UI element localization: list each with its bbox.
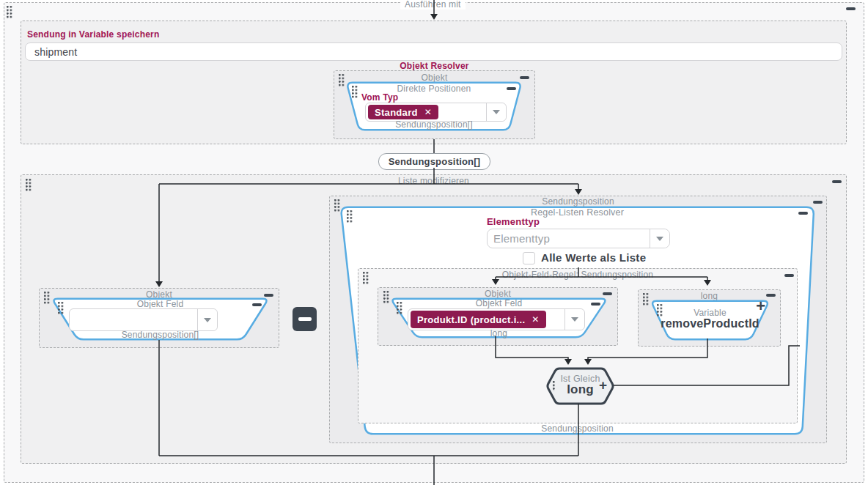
alle-werte-checkbox[interactable] (523, 252, 535, 264)
drag-handle-icon[interactable] (58, 302, 64, 315)
remove-node-button[interactable] (293, 307, 317, 331)
drag-handle-icon[interactable] (26, 179, 32, 192)
left-objekt-box: Objekt Objekt Feld Sendungsposition[] (39, 288, 279, 348)
minus-icon (298, 317, 312, 321)
connection-type-badge: Sendungsposition[] (378, 153, 490, 170)
liste-modifizieren-label: Liste modifizieren (21, 176, 846, 186)
direkte-positionen-node[interactable]: Direkte Positionen Vom Typ Standard ✕ Se… (345, 81, 523, 131)
dropdown-button[interactable] (486, 103, 506, 121)
close-icon[interactable]: ✕ (532, 314, 539, 325)
collapse-icon[interactable] (798, 212, 808, 215)
drag-handle-icon[interactable] (383, 291, 389, 304)
objekt-feld-label: Objekt Feld (389, 298, 608, 308)
inner-objekt-box: Objekt Objekt Feld Produkt.ID (product.i… (378, 287, 618, 346)
expand-icon[interactable]: + (599, 378, 607, 393)
vom-typ-value: Standard ✕ (366, 103, 486, 121)
resolver-objekt-box: Objekt Direkte Positionen Vom Typ Standa… (334, 70, 535, 139)
drag-handle-icon[interactable] (352, 86, 358, 99)
vom-typ-label: Vom Typ (361, 92, 398, 103)
dropdown-button[interactable] (564, 309, 584, 330)
objekt-resolver-title: Objekt Resolver (334, 61, 535, 71)
elementtyp-select[interactable]: Elementtyp (487, 229, 670, 248)
collapse-icon[interactable] (520, 76, 529, 79)
sendungsposition-box-label: Sendungsposition (330, 196, 826, 207)
long-variable-box: long + Variable removeProductId (638, 289, 781, 347)
collapse-icon[interactable] (766, 294, 776, 297)
chevron-down-icon (204, 318, 211, 322)
drag-handle-icon[interactable] (7, 6, 12, 19)
drag-handle-icon[interactable] (397, 302, 402, 315)
objekt-feld-select[interactable] (69, 308, 218, 331)
regel-listen-resolver-node[interactable]: Regel-Listen Resolver Elementtyp Element… (339, 206, 815, 435)
node-output-type: Sendungsposition[] (345, 119, 523, 130)
resolver-bottom-output: Sendungsposition (339, 423, 815, 434)
dropdown-button[interactable] (650, 229, 669, 248)
drag-handle-icon[interactable] (363, 272, 369, 285)
standard-tag[interactable]: Standard ✕ (368, 105, 438, 119)
collapse-icon[interactable] (507, 87, 516, 90)
collapse-icon[interactable] (846, 7, 856, 10)
run-with-label: Ausführen mit (400, 0, 466, 10)
alle-werte-checkbox-label: Alle Werte als Liste (541, 251, 646, 264)
collapse-icon[interactable] (264, 294, 273, 297)
drag-handle-icon[interactable] (347, 210, 353, 223)
close-icon[interactable]: ✕ (424, 107, 432, 117)
node-output-type: long (389, 328, 608, 338)
collapse-icon[interactable] (813, 201, 823, 204)
variable-name-input[interactable] (25, 42, 842, 61)
store-variable-title: Sendung in Variable speichern (27, 29, 160, 40)
produkt-id-tag[interactable]: Produkt.ID (product.i... ✕ (411, 311, 546, 328)
collapse-icon[interactable] (603, 292, 612, 295)
variable-name: removeProductId (650, 317, 770, 330)
sendungsposition-box: Sendungsposition Regel-Listen Resolver E… (329, 196, 827, 443)
collapse-icon[interactable] (832, 180, 842, 183)
variable-node-label: Variable (650, 308, 770, 318)
elementtyp-placeholder: Elementtyp (493, 232, 550, 245)
drag-handle-icon[interactable] (339, 74, 345, 87)
collapse-icon[interactable] (591, 303, 600, 306)
produkt-id-select[interactable]: Produkt.ID (product.i... ✕ (408, 308, 585, 330)
produkt-id-value: Produkt.ID (product.i... ✕ (408, 309, 564, 330)
collapse-icon[interactable] (784, 274, 794, 277)
flow-editor-canvas: Ausführen mit Sendung in Variable speich… (0, 0, 868, 485)
objekt-feld-regel-box: Objekt-Feld-Regel: Sendungsposition Obje… (358, 268, 798, 423)
variable-node[interactable]: + Variable removeProductId (650, 300, 770, 341)
objekt-feld-label: Objekt Feld (51, 299, 270, 309)
collapse-icon[interactable] (252, 303, 262, 306)
produkt-id-tag-label: Produkt.ID (product.i... (417, 314, 525, 325)
left-objekt-feld-node[interactable]: Objekt Feld Sendungsposition[] (51, 297, 270, 341)
drag-handle-icon[interactable] (44, 292, 50, 305)
regel-listen-resolver-label: Regel-Listen Resolver (339, 207, 815, 218)
node-output-type: Sendungsposition[] (51, 330, 270, 340)
standard-tag-label: Standard (375, 107, 418, 118)
objekt-feld-regel-label: Objekt-Feld-Regel: Sendungsposition (358, 270, 797, 280)
chevron-down-icon (656, 237, 663, 241)
chevron-down-icon (493, 110, 500, 114)
chevron-down-icon (571, 317, 578, 322)
dropdown-button[interactable] (197, 309, 217, 330)
elementtyp-label: Elementtyp (487, 216, 540, 227)
drag-handle-icon[interactable] (643, 293, 649, 306)
objekt-feld-value (70, 309, 197, 330)
inner-objekt-feld-node[interactable]: Objekt Feld Produkt.ID (product.i... ✕ (389, 297, 608, 338)
ist-gleich-node[interactable]: Ist Gleich long + (545, 367, 615, 405)
